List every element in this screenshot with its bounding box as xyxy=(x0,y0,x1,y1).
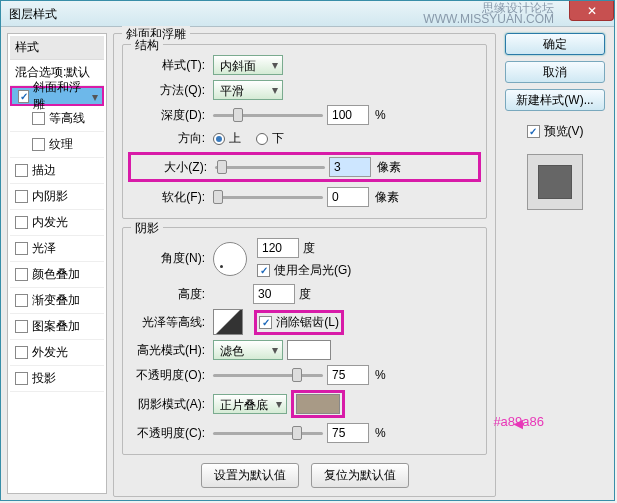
dir-down-radio[interactable] xyxy=(256,133,268,145)
checkbox-icon[interactable] xyxy=(18,90,29,103)
titlebar: 图层样式 思缘设计论坛WWW.MISSYUAN.COM ✕ xyxy=(1,1,614,27)
cancel-button[interactable]: 取消 xyxy=(505,61,605,83)
size-row-highlight: 大小(Z):3像素 xyxy=(128,152,481,182)
checkbox-icon[interactable] xyxy=(32,138,45,151)
sidebar-item-texture[interactable]: 纹理 xyxy=(10,132,104,158)
main-panel: 斜面和浮雕 结构 样式(T):内斜面 方法(Q):平滑 深度(D):100% 方… xyxy=(113,33,496,494)
sidebar-item-innerglow[interactable]: 内发光 xyxy=(10,210,104,236)
method-select[interactable]: 平滑 xyxy=(213,80,283,100)
style-select[interactable]: 内斜面 xyxy=(213,55,283,75)
angle-wheel[interactable] xyxy=(213,242,247,276)
antialias-checkbox[interactable] xyxy=(259,316,272,329)
shadow-mode-select[interactable]: 正片叠底 xyxy=(213,394,287,414)
reset-default-button[interactable]: 复位为默认值 xyxy=(311,463,409,488)
checkbox-icon[interactable] xyxy=(15,242,28,255)
size-input[interactable]: 3 xyxy=(329,157,371,177)
dir-up-radio[interactable] xyxy=(213,133,225,145)
checkbox-icon[interactable] xyxy=(15,320,28,333)
set-default-button[interactable]: 设置为默认值 xyxy=(201,463,299,488)
sidebar-item-gradoverlay[interactable]: 渐变叠加 xyxy=(10,288,104,314)
checkbox-icon[interactable] xyxy=(15,268,28,281)
highlight-opacity-input[interactable]: 75 xyxy=(327,365,369,385)
shadow-color[interactable] xyxy=(296,394,340,414)
size-slider[interactable] xyxy=(215,160,325,174)
shading-subgroup: 阴影 角度(N): 120度 使用全局光(G) 高度:30度 光泽等高线: 消除… xyxy=(122,227,487,455)
checkbox-icon[interactable] xyxy=(15,190,28,203)
sidebar-item-bevel[interactable]: 斜面和浮雕 xyxy=(10,86,104,106)
shadow-opacity-input[interactable]: 75 xyxy=(327,423,369,443)
depth-input[interactable]: 100 xyxy=(327,105,369,125)
bevel-group: 斜面和浮雕 结构 样式(T):内斜面 方法(Q):平滑 深度(D):100% 方… xyxy=(113,33,496,497)
angle-input[interactable]: 120 xyxy=(257,238,299,258)
sidebar-item-satin[interactable]: 光泽 xyxy=(10,236,104,262)
global-light-checkbox[interactable] xyxy=(257,264,270,277)
gloss-contour[interactable] xyxy=(213,309,243,335)
checkbox-icon[interactable] xyxy=(15,294,28,307)
sidebar-item-stroke[interactable]: 描边 xyxy=(10,158,104,184)
checkbox-icon[interactable] xyxy=(15,216,28,229)
new-style-button[interactable]: 新建样式(W)... xyxy=(505,89,605,111)
checkbox-icon[interactable] xyxy=(15,372,28,385)
sidebar-item-coloroverlay[interactable]: 颜色叠加 xyxy=(10,262,104,288)
highlight-opacity-slider[interactable] xyxy=(213,368,323,382)
depth-slider[interactable] xyxy=(213,108,323,122)
aa-highlight: 消除锯齿(L) xyxy=(254,310,344,335)
preview-swatch xyxy=(527,154,583,210)
highlight-color[interactable] xyxy=(287,340,331,360)
sidebar-item-dropshadow[interactable]: 投影 xyxy=(10,366,104,392)
sidebar-item-patoverlay[interactable]: 图案叠加 xyxy=(10,314,104,340)
checkbox-icon[interactable] xyxy=(15,164,28,177)
checkbox-icon[interactable] xyxy=(15,346,28,359)
highlight-mode-select[interactable]: 滤色 xyxy=(213,340,283,360)
preview-checkbox[interactable] xyxy=(527,125,540,138)
checkbox-icon[interactable] xyxy=(32,112,45,125)
sidebar-item-innershadow[interactable]: 内阴影 xyxy=(10,184,104,210)
sidebar-header: 样式 xyxy=(10,36,104,60)
color-annotation: #a89a86 xyxy=(493,414,544,429)
watermark: 思缘设计论坛WWW.MISSYUAN.COM xyxy=(423,3,554,25)
window-title: 图层样式 xyxy=(9,7,57,21)
altitude-input[interactable]: 30 xyxy=(253,284,295,304)
soften-input[interactable]: 0 xyxy=(327,187,369,207)
close-button[interactable]: ✕ xyxy=(569,1,614,21)
ok-button[interactable]: 确定 xyxy=(505,33,605,55)
shadow-opacity-slider[interactable] xyxy=(213,426,323,440)
soften-slider[interactable] xyxy=(213,190,323,204)
sidebar-item-outerglow[interactable]: 外发光 xyxy=(10,340,104,366)
style-sidebar: 样式 混合选项:默认 斜面和浮雕 等高线 纹理 描边 内阴影 内发光 光泽 颜色… xyxy=(7,33,107,494)
structure-subgroup: 结构 样式(T):内斜面 方法(Q):平滑 深度(D):100% 方向:上 下 … xyxy=(122,44,487,219)
